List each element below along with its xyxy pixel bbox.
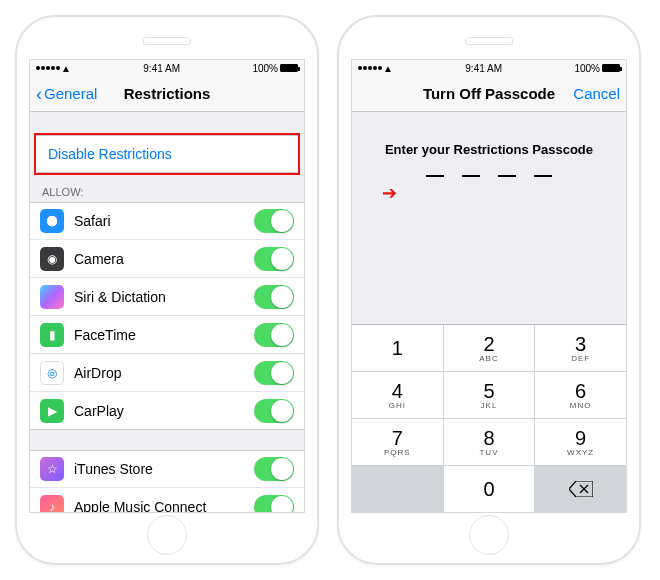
app-label: Camera: [74, 251, 124, 267]
arrow-icon: ➔: [382, 182, 397, 204]
key-2[interactable]: 2ABC: [444, 325, 535, 371]
battery-icon: 100%: [252, 63, 298, 74]
camera-icon: ◉: [40, 247, 64, 271]
backspace-icon: [569, 481, 593, 497]
toggle-carplay[interactable]: [254, 399, 294, 423]
toggle-siri[interactable]: [254, 285, 294, 309]
list-item: ☆ iTunes Store: [30, 450, 304, 488]
navbar: ‹ General Restrictions: [30, 76, 304, 112]
siri-icon: [40, 285, 64, 309]
list-item: ♪ Apple Music Connect: [30, 488, 304, 512]
list-item: Siri & Dictation: [30, 278, 304, 316]
key-5[interactable]: 5JKL: [444, 372, 535, 418]
status-bar: ▲ 9:41 AM 100%: [352, 60, 626, 76]
key-6[interactable]: 6MNO: [535, 372, 626, 418]
list-item: ▮ FaceTime: [30, 316, 304, 354]
key-1[interactable]: 1: [352, 325, 443, 371]
keypad: 1 2ABC 3DEF 4GHI 5JKL 6MNO 7PQRS 8TUV 9W…: [352, 324, 626, 512]
cancel-button[interactable]: Cancel: [573, 85, 620, 102]
app-label: Safari: [74, 213, 111, 229]
app-label: FaceTime: [74, 327, 136, 343]
navbar: Turn Off Passcode Cancel: [352, 76, 626, 112]
app-label: CarPlay: [74, 403, 124, 419]
toggle-camera[interactable]: [254, 247, 294, 271]
status-bar: ▲ 9:41 AM 100%: [30, 60, 304, 76]
app-label: AirDrop: [74, 365, 121, 381]
back-button[interactable]: ‹ General: [36, 85, 97, 103]
passcode-dash: [498, 175, 516, 177]
status-time: 9:41 AM: [465, 63, 502, 74]
signal-icon: ▲: [36, 63, 71, 74]
status-time: 9:41 AM: [143, 63, 180, 74]
allow-header: ALLOW:: [30, 174, 304, 202]
list-item: ◉ Camera: [30, 240, 304, 278]
key-4[interactable]: 4GHI: [352, 372, 443, 418]
key-backspace[interactable]: [535, 466, 626, 512]
key-3[interactable]: 3DEF: [535, 325, 626, 371]
phone-restrictions: ▲ 9:41 AM 100% ‹ General Restrictions Di…: [15, 15, 319, 565]
facetime-icon: ▮: [40, 323, 64, 347]
key-0[interactable]: 0: [444, 466, 535, 512]
wifi-icon: ▲: [383, 63, 393, 74]
airdrop-icon: ◎: [40, 361, 64, 385]
passcode-dash: [534, 175, 552, 177]
carplay-icon: ▶: [40, 399, 64, 423]
passcode-dash: [426, 175, 444, 177]
phone-passcode: ▲ 9:41 AM 100% Turn Off Passcode Cancel …: [337, 15, 641, 565]
content: Disable Restrictions ALLOW: ◎ Safari ◉ C…: [30, 112, 304, 512]
key-blank: [352, 466, 443, 512]
passcode-prompt: Enter your Restrictions Passcode: [385, 142, 593, 157]
list-item: ◎ AirDrop: [30, 354, 304, 392]
screen: ▲ 9:41 AM 100% ‹ General Restrictions Di…: [29, 59, 305, 513]
screen: ▲ 9:41 AM 100% Turn Off Passcode Cancel …: [351, 59, 627, 513]
app-label: Siri & Dictation: [74, 289, 166, 305]
list-item: ◎ Safari: [30, 202, 304, 240]
toggle-itunes[interactable]: [254, 457, 294, 481]
safari-icon: ◎: [40, 209, 64, 233]
highlight-disable-restrictions: Disable Restrictions: [34, 133, 300, 175]
key-7[interactable]: 7PQRS: [352, 419, 443, 465]
wifi-icon: ▲: [61, 63, 71, 74]
battery-icon: 100%: [574, 63, 620, 74]
toggle-safari[interactable]: [254, 209, 294, 233]
key-8[interactable]: 8TUV: [444, 419, 535, 465]
toggle-facetime[interactable]: [254, 323, 294, 347]
chevron-left-icon: ‹: [36, 85, 42, 103]
list-item: ▶ CarPlay: [30, 392, 304, 430]
key-9[interactable]: 9WXYZ: [535, 419, 626, 465]
app-label: iTunes Store: [74, 461, 153, 477]
toggle-airdrop[interactable]: [254, 361, 294, 385]
disable-restrictions-button[interactable]: Disable Restrictions: [36, 135, 298, 173]
passcode-area: Enter your Restrictions Passcode ➔: [352, 112, 626, 324]
itunes-icon: ☆: [40, 457, 64, 481]
back-label: General: [44, 85, 97, 102]
apple-music-icon: ♪: [40, 495, 64, 513]
passcode-dashes: [426, 175, 552, 177]
toggle-apple-music[interactable]: [254, 495, 294, 513]
app-label: Apple Music Connect: [74, 499, 206, 513]
signal-icon: ▲: [358, 63, 393, 74]
passcode-dash: [462, 175, 480, 177]
